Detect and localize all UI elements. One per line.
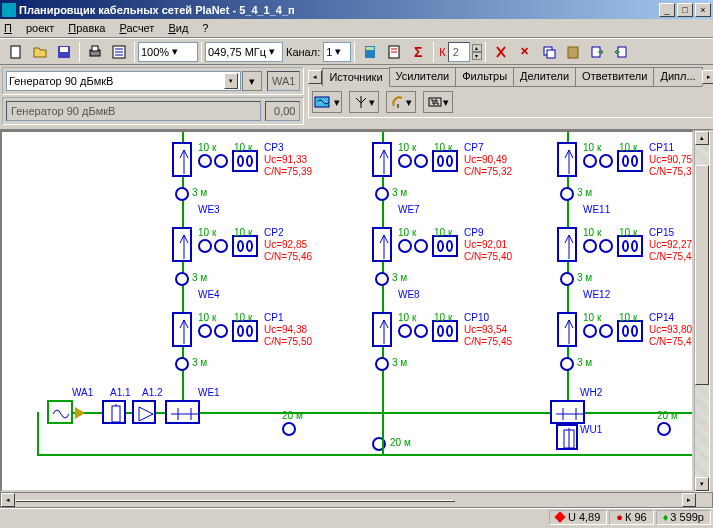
cp15-cn: C/N=75,43: [649, 251, 694, 262]
report-button[interactable]: [383, 41, 405, 63]
palette-antenna[interactable]: ▾: [349, 91, 379, 113]
cp14-uc: Uc=93,80: [649, 324, 692, 335]
node-cp11: CP11: [649, 142, 674, 153]
length-label: 10 к: [198, 312, 216, 323]
length-label: 3 м: [577, 357, 592, 368]
cp9-cn: C/N=75,40: [464, 251, 512, 262]
length-label: 3 м: [192, 272, 207, 283]
svg-rect-16: [112, 406, 120, 422]
length-label: 3 м: [392, 357, 407, 368]
node-a11: A1.1: [110, 387, 131, 398]
menu-edit[interactable]: Правка: [68, 22, 105, 34]
close-button[interactable]: ×: [695, 3, 711, 17]
cp2-uc: Uc=92,85: [264, 239, 307, 250]
scroll-thumb-h[interactable]: [15, 500, 455, 502]
scroll-up-button[interactable]: ▴: [695, 131, 709, 145]
palette-items: ▾ ▾ ▾ ▾: [308, 87, 713, 118]
paste-button[interactable]: [562, 41, 584, 63]
length-label: 20 м: [282, 410, 303, 421]
tab-taps[interactable]: Ответвители: [575, 67, 654, 86]
tab-diplexers[interactable]: Дипл...: [653, 67, 702, 86]
print-button[interactable]: [84, 41, 106, 63]
svg-rect-4: [92, 46, 98, 51]
status-bar: U 4,89 ●К 96 ♦3 599р: [0, 508, 713, 525]
tabs-scroll-left[interactable]: ◂: [308, 70, 322, 84]
save-button[interactable]: [53, 41, 75, 63]
cp1-uc: Uc=94,38: [264, 324, 307, 335]
palette-modulator[interactable]: ▾: [423, 91, 453, 113]
gen-name-field: Генератор 90 дБмкВ: [6, 101, 261, 121]
cp3-cn: C/N=75,39: [264, 166, 312, 177]
node-we12: WE12: [583, 289, 610, 300]
minimize-button[interactable]: _: [659, 3, 675, 17]
length-label: 10 к: [398, 312, 416, 323]
tab-sources[interactable]: Источники: [322, 68, 389, 87]
scroll-right-button[interactable]: ▸: [682, 493, 696, 507]
maximize-button[interactable]: □: [677, 3, 693, 17]
tabs-scroll-right[interactable]: ▸: [702, 70, 713, 84]
import-button[interactable]: [586, 41, 608, 63]
cp7-cn: C/N=75,32: [464, 166, 512, 177]
length-label: 10 к: [198, 142, 216, 153]
node-we4: WE4: [198, 289, 220, 300]
k-label: К: [439, 46, 445, 58]
menu-view[interactable]: Вид: [168, 22, 188, 34]
gen-add-button[interactable]: ▾: [242, 71, 262, 91]
copy-button[interactable]: [538, 41, 560, 63]
svg-rect-10: [547, 50, 555, 58]
length-label: 10 к: [234, 142, 252, 153]
channel-dropdown[interactable]: 1▾: [323, 42, 351, 62]
node-cp2: CP2: [264, 227, 283, 238]
tab-amplifiers[interactable]: Усилители: [389, 67, 457, 86]
palette-source[interactable]: ▾: [312, 91, 342, 113]
window-title: Планировщик кабельных сетей PlaNet - 5_4…: [19, 4, 657, 16]
k-field[interactable]: 2: [448, 42, 470, 62]
length-label: 10 к: [583, 142, 601, 153]
diagram-canvas[interactable]: 10 к 10 к CP3 Uc=91,33 C/N=75,39 10 к 10…: [0, 130, 694, 492]
node-we7: WE7: [398, 204, 420, 215]
generator-combo[interactable]: Генератор 90 дБмкВ▾: [6, 71, 241, 91]
palette-tabs: Источники Усилители Фильтры Делители Отв…: [322, 67, 701, 87]
component-palette: ◂ Источники Усилители Фильтры Делители О…: [306, 65, 713, 129]
main-toolbar: 100%▾ 049,75 МГц▾ Канал: 1▾ Σ К 2 ▴▾ ✕: [0, 38, 713, 65]
title-bar: Планировщик кабельных сетей PlaNet - 5_4…: [0, 0, 713, 19]
scroll-down-button[interactable]: ▾: [695, 477, 709, 491]
node-cp3: CP3: [264, 142, 283, 153]
new-button[interactable]: [5, 41, 27, 63]
node-we8: WE8: [398, 289, 420, 300]
checklist-button[interactable]: [108, 41, 130, 63]
calc-button[interactable]: [359, 41, 381, 63]
freq-dropdown[interactable]: 049,75 МГц▾: [205, 42, 283, 62]
menu-calc[interactable]: Расчет: [119, 22, 154, 34]
menu-help[interactable]: ?: [202, 22, 208, 34]
cp15-uc: Uc=92,27: [649, 239, 692, 250]
status-k: ●К 96: [609, 510, 653, 525]
length-label: 20 м: [390, 437, 411, 448]
node-cp7: CP7: [464, 142, 483, 153]
export-button[interactable]: [610, 41, 632, 63]
generator-panel: Генератор 90 дБмкВ▾ ▾ WA1 Генератор 90 д…: [0, 65, 306, 129]
length-label: 3 м: [192, 187, 207, 198]
wa1-field: WA1: [267, 71, 300, 91]
svg-rect-11: [568, 47, 578, 58]
sigma-button[interactable]: Σ: [407, 41, 429, 63]
cp3-uc: Uc=91,33: [264, 154, 307, 165]
secondary-panel: Генератор 90 дБмкВ▾ ▾ WA1 Генератор 90 д…: [0, 65, 713, 130]
open-button[interactable]: [29, 41, 51, 63]
menu-project[interactable]: Проект: [4, 22, 54, 34]
delete-button[interactable]: ✕: [514, 41, 536, 63]
cp2-cn: C/N=75,46: [264, 251, 312, 262]
tab-splitters[interactable]: Делители: [513, 67, 576, 86]
k-spinner[interactable]: ▴▾: [472, 44, 482, 60]
node-we11: WE11: [583, 204, 610, 215]
length-label: 10 к: [234, 312, 252, 323]
scroll-left-button[interactable]: ◂: [1, 493, 15, 507]
scroll-thumb-v[interactable]: [695, 165, 709, 385]
tab-filters[interactable]: Фильтры: [455, 67, 514, 86]
zoom-dropdown[interactable]: 100%▾: [138, 42, 198, 62]
length-label: 10 к: [583, 227, 601, 238]
gen-value-field: 0,00: [265, 101, 300, 121]
cut-button[interactable]: [490, 41, 512, 63]
length-label: 10 к: [434, 227, 452, 238]
palette-dish[interactable]: ▾: [386, 91, 416, 113]
